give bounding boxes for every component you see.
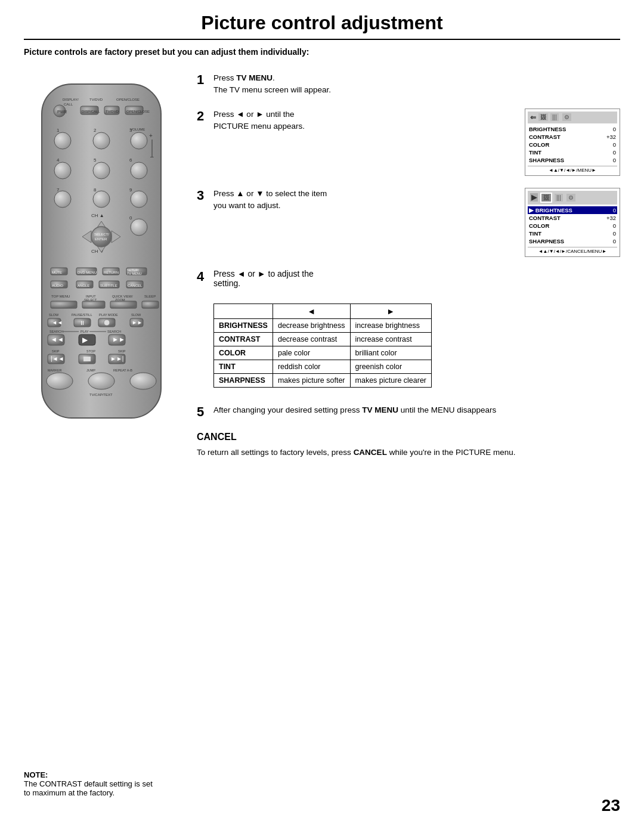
svg-text:►►: ►►	[132, 320, 143, 326]
svg-text:CANCEL: CANCEL	[128, 284, 143, 287]
menu-footer-2: ◄▲/▼/◄/►/MENU►	[528, 166, 617, 173]
svg-text:ANGLE: ANGLE	[78, 284, 89, 287]
step-3-number: 3	[197, 188, 209, 203]
tint-label: TINT	[214, 360, 273, 373]
note-section: NOTE: The CONTRAST default setting is se…	[24, 770, 153, 797]
menu-footer-3: ◄▲/▼/◄/►/CANCEL/MENU►	[528, 247, 617, 254]
step-4-number: 4	[197, 269, 209, 284]
table-row: COLOR pale color brilliant color	[214, 346, 432, 360]
svg-text:►►|: ►►|	[110, 355, 123, 362]
main-content: DISPLAY/ CALL TV/DVD OPEN/CLOSE PWR DISP…	[24, 66, 620, 459]
svg-text:SKIP: SKIP	[52, 349, 60, 353]
col-left-header: ◄	[273, 304, 350, 318]
cancel-text: To return all settings to factory levels…	[197, 446, 620, 459]
step-4-text: Press ◄ or ► to adjust thesetting.	[213, 269, 314, 288]
step-5-content: After changing your desired setting pres…	[213, 404, 620, 416]
step-1: 1 Press TV MENU. The TV menu screen will…	[197, 72, 620, 97]
svg-text:SKIP: SKIP	[118, 349, 126, 353]
step-2-menu-box: ⇐ 🖼 ||| ⚙ BRIGHTNESS0 CONTRAST+32	[525, 109, 620, 176]
tint-left: reddish color	[273, 360, 350, 373]
svg-point-16	[54, 132, 71, 149]
svg-text:SEARCH: SEARCH	[107, 330, 121, 333]
menu-row-brightness-2: BRIGHTNESS0	[528, 125, 617, 133]
step-4: 4 Press ◄ or ► to adjust thesetting. ◄ ►	[197, 269, 620, 392]
contrast-right: increase contrast	[350, 332, 432, 346]
step-4-table-container: ◄ ► BRIGHTNESS decrease brightness incre…	[213, 299, 432, 392]
svg-text:OPEN/CLOSE: OPEN/CLOSE	[116, 98, 140, 101]
brightness-label: BRIGHTNESS	[214, 318, 273, 332]
brightness-left: decrease brightness	[273, 318, 350, 332]
instructions-area: 1 Press TV MENU. The TV menu screen will…	[197, 66, 620, 459]
menu-header-3: ▶ 🖼 ||| ⚙	[528, 191, 617, 205]
step-3-menu-box: ▶ 🖼 ||| ⚙ ▶ BRIGHTNESS0 CONTRAST+32	[525, 188, 620, 257]
svg-point-33	[93, 191, 110, 208]
adjustment-table: ◄ ► BRIGHTNESS decrease brightness incre…	[213, 304, 432, 388]
brightness-right: increase brightness	[350, 318, 432, 332]
svg-text:|◄◄: |◄◄	[51, 355, 64, 362]
note-line1: The CONTRAST default setting is set	[24, 779, 153, 788]
svg-text:DISPLAY/: DISPLAY/	[63, 98, 79, 101]
table-row: TINT reddish color greenish color	[214, 360, 432, 373]
svg-text:SLOW: SLOW	[131, 313, 141, 317]
svg-text:4: 4	[57, 157, 60, 163]
svg-text:PWR: PWR	[57, 110, 67, 114]
svg-text:VOLUME: VOLUME	[130, 128, 145, 131]
table-row: BRIGHTNESS decrease brightness increase …	[214, 318, 432, 332]
svg-text:PLAY: PLAY	[80, 330, 89, 333]
table-row: CONTRAST decrease contrast increase cont…	[214, 332, 432, 346]
svg-text:SLEEP: SLEEP	[144, 295, 156, 298]
svg-text:RETURN: RETURN	[104, 271, 119, 274]
svg-text:OPEN/CLOSE: OPEN/CLOSE	[126, 110, 150, 113]
svg-text:AUDIO: AUDIO	[52, 284, 63, 287]
menu-row-color-3: COLOR0	[528, 222, 617, 230]
svg-text:JUMP: JUMP	[86, 368, 95, 372]
svg-text:►►: ►►	[112, 336, 125, 343]
svg-text:MUTE: MUTE	[52, 271, 62, 274]
sharpness-right: makes picture clearer	[350, 373, 432, 387]
svg-point-36	[131, 219, 147, 236]
menu-row-color-2: COLOR0	[528, 141, 617, 148]
svg-text:TV/CAP/TEXT: TV/CAP/TEXT	[89, 393, 113, 397]
svg-text:⏸: ⏸	[79, 320, 85, 326]
svg-text:STOP: STOP	[86, 349, 95, 353]
menu-row-tint-3: TINT0	[528, 230, 617, 237]
contrast-left: decrease contrast	[273, 332, 350, 346]
svg-text:2: 2	[94, 128, 97, 133]
svg-text:PLAY MODE: PLAY MODE	[99, 313, 118, 317]
remote-control-image: DISPLAY/ CALL TV/DVD OPEN/CLOSE PWR DISP…	[30, 78, 173, 424]
step-1-number: 1	[197, 72, 209, 88]
color-right: brilliant color	[350, 346, 432, 360]
step-4-header: 4 Press ◄ or ► to adjust thesetting.	[197, 269, 314, 288]
svg-text:5: 5	[94, 157, 97, 163]
svg-text:ENTER: ENTER	[95, 237, 107, 241]
step-3-text: Press ▲ or ▼ to select the itemyou want …	[213, 188, 515, 212]
svg-point-43	[91, 227, 112, 247]
col-right-header: ►	[350, 304, 432, 318]
svg-text:SUBTITLE: SUBTITLE	[100, 284, 117, 287]
remote-area: DISPLAY/ CALL TV/DVD OPEN/CLOSE PWR DISP…	[24, 66, 179, 424]
svg-text:TV/DVD: TV/DVD	[89, 98, 103, 101]
menu-row-brightness-3: ▶ BRIGHTNESS0	[528, 206, 617, 214]
color-left: pale color	[273, 346, 350, 360]
menu-row-sharpness-3: SHARPNESS0	[528, 237, 617, 245]
svg-text:◄◄: ◄◄	[52, 320, 63, 326]
svg-rect-66	[51, 301, 77, 308]
step-3-content: Press ▲ or ▼ to select the itemyou want …	[213, 188, 620, 257]
cancel-title: CANCEL	[197, 432, 620, 442]
step-5: 5 After changing your desired setting pr…	[197, 404, 620, 420]
table-row: SHARPNESS makes picture softer makes pic…	[214, 373, 432, 387]
step-5-text: After changing your desired setting pres…	[213, 404, 620, 416]
svg-text:MARKER: MARKER	[48, 368, 62, 372]
svg-text:8: 8	[94, 187, 97, 193]
tint-right: greenish color	[350, 360, 432, 373]
step-3-row: Press ▲ or ▼ to select the itemyou want …	[213, 188, 620, 257]
svg-rect-72	[142, 301, 159, 308]
menu-row-sharpness-2: SHARPNESS0	[528, 156, 617, 164]
svg-text:TV/DVD: TV/DVD	[106, 110, 119, 113]
step-1-text: Press TV MENU.	[213, 72, 620, 84]
page-container: Picture control adjustment Picture contr…	[0, 0, 644, 833]
svg-text:TV MENU: TV MENU	[127, 272, 142, 275]
svg-text:CALL: CALL	[64, 103, 73, 106]
svg-point-18	[131, 132, 147, 149]
step-2-number: 2	[197, 109, 209, 124]
